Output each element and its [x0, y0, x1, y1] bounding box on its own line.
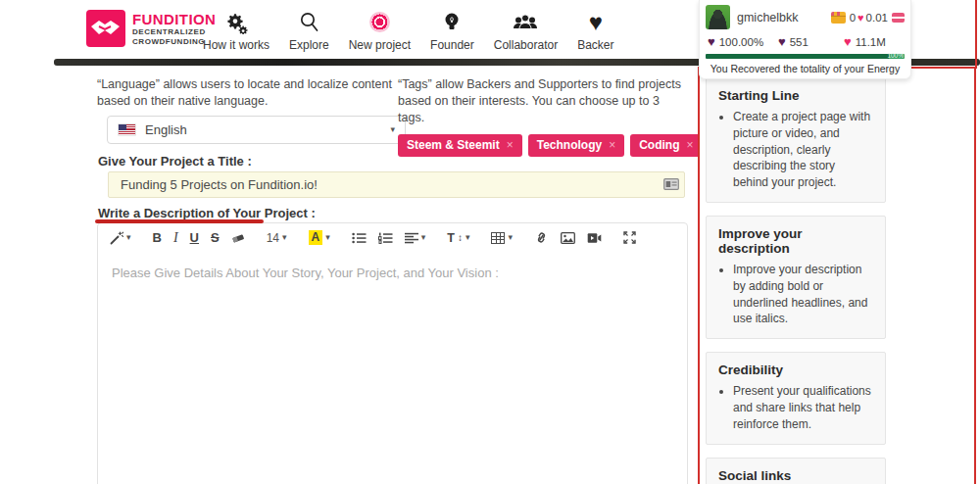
nav-item-collaborator[interactable]: Collaborator: [494, 9, 558, 52]
insert-image-button[interactable]: [557, 230, 579, 246]
user-stats: ♥ 100.00% ♥ 551 ♥ 11.1M: [706, 34, 905, 49]
us-flag-icon: [118, 123, 136, 136]
font-size-dropdown[interactable]: 14 ▾: [263, 229, 291, 247]
target-icon: [369, 9, 390, 35]
gears-icon: [223, 9, 249, 35]
stat-value: 100.00%: [719, 36, 763, 48]
ordered-list-button[interactable]: [374, 230, 397, 246]
nav-label: How it works: [203, 38, 270, 52]
heart-icon: ♥: [844, 34, 852, 49]
fullscreen-button[interactable]: [619, 229, 640, 246]
bold-button[interactable]: B: [149, 228, 166, 247]
tags-input[interactable]: Steem & Steemit × Technology × Coding × …: [398, 132, 688, 159]
strikethrough-button[interactable]: S: [207, 228, 223, 247]
link-icon: [534, 231, 549, 244]
heart-amount: 0.01: [866, 12, 888, 24]
unordered-list-button[interactable]: [348, 230, 370, 246]
nav-label: Collaborator: [494, 38, 558, 52]
language-section: “Language” allows users to locate and lo…: [97, 76, 393, 144]
tip-card-credibility: Credibility Present your qualifications …: [706, 352, 886, 444]
stat-power: ♥ 11.1M: [844, 34, 903, 49]
chevron-down-icon: ▾: [508, 233, 513, 242]
nav-label: New project: [349, 38, 411, 52]
stat-value: 11.1M: [856, 36, 886, 48]
heart-icon: ♥: [778, 34, 786, 49]
energy-message: You Recovered the totality of your Energ…: [706, 63, 905, 74]
insert-video-button[interactable]: [583, 230, 606, 246]
nav-item-how-it-works[interactable]: How it works: [203, 9, 270, 52]
description-label: Write a Description of Your Project :: [98, 206, 316, 220]
tags-section: “Tags” allow Backers and Supporters to f…: [398, 76, 688, 159]
remove-tag-icon[interactable]: ×: [609, 138, 615, 152]
unordered-list-icon: [352, 232, 367, 244]
heart-icon: ♥: [589, 9, 603, 35]
annotation-red-underline: [95, 219, 264, 223]
ordered-list-icon: [378, 232, 393, 244]
description-editor[interactable]: Please Give Details About Your Story, Yo…: [97, 252, 688, 484]
autofill-card-icon[interactable]: [663, 178, 679, 190]
people-icon: [511, 9, 540, 35]
heart-icon: ♥: [858, 12, 864, 24]
page: FUNDITION DECENTRALIZED CROWDFUNDING: [0, 0, 980, 484]
tips-sidebar: Starting Line Create a project page with…: [698, 67, 976, 484]
chevron-down-icon: ▾: [325, 233, 330, 242]
tip-card-social-links: Social links Share your social media lin…: [706, 458, 886, 484]
line-height-button[interactable]: T↕ ▾: [443, 229, 473, 247]
tip-card-improve-description: Improve your description Improve your de…: [706, 216, 886, 339]
remove-tag-icon[interactable]: ×: [687, 138, 694, 152]
nav-label: Backer: [577, 38, 613, 52]
language-select[interactable]: English ▾: [107, 116, 406, 144]
fundition-logo[interactable]: FUNDITION DECENTRALIZED CROWDFUNDING: [86, 10, 216, 47]
font-color-button[interactable]: A ▾: [305, 228, 334, 247]
eraser-icon: [231, 231, 245, 244]
username[interactable]: gmichelbkk: [737, 11, 831, 24]
treasure-chest-icon: [831, 12, 846, 24]
chevron-down-icon: ▾: [126, 233, 131, 242]
nav-label: Founder: [430, 38, 474, 52]
style-magic-button[interactable]: ▾: [106, 229, 135, 247]
search-icon: [298, 9, 319, 35]
tags-description: “Tags” allow Backers and Supporters to f…: [398, 76, 688, 126]
tag-label: Steem & Steemit: [407, 138, 500, 152]
tag-label: Technology: [537, 138, 602, 152]
tag-label: Coding: [639, 138, 679, 152]
tag-pill[interactable]: Coding ×: [630, 134, 702, 157]
language-selected: English: [145, 122, 390, 137]
remove-tag-icon[interactable]: ×: [507, 138, 514, 152]
project-title-input[interactable]: [108, 171, 685, 198]
tag-pill[interactable]: Steem & Steemit ×: [398, 134, 522, 157]
stat-value: 551: [790, 36, 808, 48]
insert-link-button[interactable]: [530, 229, 553, 246]
language-description: “Language” allows users to locate and lo…: [97, 76, 393, 110]
heart-icon: ♥: [708, 34, 715, 49]
nav-item-explore[interactable]: Explore: [289, 9, 329, 52]
stat-voting-power: ♥ 100.00%: [708, 34, 778, 49]
tip-card-starting-line: Starting Line Create a project page with…: [706, 77, 886, 203]
paragraph-align-button[interactable]: ▾: [401, 230, 430, 246]
italic-button[interactable]: I: [170, 228, 182, 248]
nav-item-backer[interactable]: ♥ Backer: [577, 9, 613, 52]
nav-item-founder[interactable]: Founder: [430, 9, 474, 52]
clear-format-button[interactable]: [227, 229, 249, 246]
energy-progress-bar: 100%: [706, 54, 905, 59]
tip-bullet: Improve your description by adding bold …: [733, 262, 873, 327]
editor-toolbar: ▾ B I U S 14 ▾: [97, 222, 688, 253]
chevron-down-icon: ▾: [390, 125, 395, 134]
annotation-red-line: [975, 0, 977, 69]
tip-title: Starting Line: [718, 88, 873, 103]
chevron-down-icon: ▾: [282, 233, 287, 242]
chest-value: 0: [850, 12, 856, 24]
tag-pill[interactable]: Technology ×: [528, 134, 624, 157]
table-icon: [491, 232, 505, 244]
chevron-down-icon: ▾: [421, 233, 426, 242]
nav-item-new-project[interactable]: New project: [349, 9, 411, 52]
video-icon: [587, 232, 602, 244]
stat-votes: ♥ 551: [778, 34, 844, 49]
image-icon: [561, 232, 575, 244]
fullscreen-icon: [623, 231, 636, 244]
user-panel[interactable]: gmichelbkk 0 ♥ 0.01 ♥ 100.00% ♥ 551 ♥ 11…: [699, 0, 911, 79]
avatar[interactable]: [706, 5, 730, 29]
user-row: gmichelbkk 0 ♥ 0.01: [706, 5, 905, 29]
underline-button[interactable]: U: [186, 228, 203, 247]
table-button[interactable]: ▾: [487, 230, 516, 246]
